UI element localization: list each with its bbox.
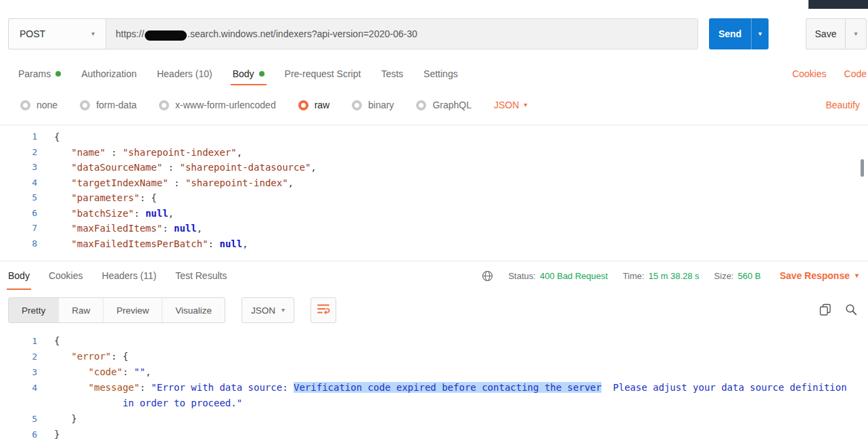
radio-icon: [80, 100, 90, 110]
request-tab-pre-request-script[interactable]: Pre-request Script: [285, 62, 361, 85]
code-content: "message": "Error with data source: Veri…: [37, 380, 847, 396]
chevron-down-icon: ▾: [758, 30, 762, 37]
response-tab-test-results[interactable]: Test Results: [175, 261, 227, 290]
request-tab-body[interactable]: Body: [233, 62, 265, 85]
code-content: }: [37, 411, 77, 427]
size-badge: Size: 560 B: [714, 271, 761, 281]
response-body-viewer[interactable]: 1{2 "error": {3 "code": "",4 "message": …: [0, 329, 868, 447]
response-language-dropdown[interactable]: JSON ▾: [242, 297, 294, 323]
line-number: 5: [0, 190, 37, 206]
time-label: Time:: [622, 271, 644, 281]
code-content: "error": {: [37, 349, 129, 364]
request-tab-params[interactable]: Params: [18, 62, 61, 85]
code-line: 4 "targetIndexName" : "sharepoint-index"…: [0, 175, 868, 191]
code-content: }: [37, 427, 60, 442]
request-tab-authorization[interactable]: Authorization: [81, 62, 137, 85]
code-line: 6}: [0, 427, 868, 442]
url-input[interactable]: https://.search.windows.net/indexers?api…: [106, 18, 698, 49]
send-button[interactable]: Send: [709, 18, 751, 49]
window-artifact: [808, 0, 868, 9]
response-tab-headers-11[interactable]: Headers (11): [102, 261, 157, 290]
cookies-link[interactable]: Cookies: [792, 68, 827, 79]
body-mode-binary[interactable]: binary: [352, 100, 394, 110]
response-tab-body[interactable]: Body: [8, 261, 30, 290]
view-raw[interactable]: Raw: [59, 298, 104, 322]
line-number: 8: [0, 236, 37, 252]
raw-language-dropdown[interactable]: JSON ▾: [494, 100, 527, 110]
tab-label: Params: [18, 68, 51, 79]
response-tab-cookies[interactable]: Cookies: [49, 261, 83, 290]
code-line: 1{: [0, 333, 868, 349]
chevron-down-icon: ▾: [524, 102, 527, 108]
tab-label: Body: [233, 68, 254, 79]
status-value: 400 Bad Request: [540, 271, 608, 281]
send-button-group: Send ▾: [709, 18, 769, 49]
request-tab-headers-10[interactable]: Headers (10): [157, 62, 212, 85]
line-number: 4: [0, 175, 37, 191]
body-mode-form-data[interactable]: form-data: [80, 100, 137, 110]
radio-label: raw: [315, 100, 330, 110]
method-select[interactable]: POST ▾: [8, 18, 106, 49]
search-response-button[interactable]: [844, 302, 859, 319]
copy-response-button[interactable]: [818, 302, 833, 319]
body-mode-raw[interactable]: raw: [298, 100, 330, 110]
code-line: 7 "maxFailedItems": null,: [0, 221, 868, 236]
view-pretty[interactable]: Pretty: [9, 298, 59, 322]
code-link[interactable]: Code: [844, 68, 867, 79]
request-body-editor[interactable]: 1{2 "name" : "sharepoint-indexer",3 "dat…: [0, 125, 868, 260]
status-badge: Status: 400 Bad Request: [508, 271, 608, 281]
request-tab-settings[interactable]: Settings: [424, 62, 458, 85]
editor-scrollbar-thumb[interactable]: [861, 159, 864, 177]
response-toolbar: PrettyRawPreviewVisualize JSON ▾: [8, 297, 860, 324]
tab-label: Authorization: [81, 68, 137, 79]
view-preview[interactable]: Preview: [104, 298, 162, 322]
code-content: "code": "",: [37, 364, 151, 380]
save-button-group: Save ▾: [806, 18, 867, 49]
body-mode-x-www-form-urlencoded[interactable]: x-www-form-urlencoded: [159, 100, 276, 110]
radio-icon: [159, 100, 169, 110]
time-value: 15 m 38.28 s: [648, 271, 699, 281]
chevron-down-icon: ▾: [854, 30, 857, 37]
save-options-button[interactable]: ▾: [845, 18, 867, 49]
code-content: "batchSize": null,: [37, 206, 174, 221]
line-number: [0, 396, 37, 411]
line-number: 6: [0, 206, 37, 221]
network-globe-icon: [482, 270, 493, 282]
code-line: 1{: [0, 129, 868, 145]
response-toolbar-icons: [818, 302, 860, 319]
radio-label: form-data: [96, 100, 137, 110]
line-number: 1: [0, 333, 37, 349]
url-suffix: .search.windows.net/indexers?api-version…: [187, 28, 417, 39]
code-content: "name" : "sharepoint-indexer",: [37, 145, 242, 161]
line-number: 1: [0, 129, 37, 145]
request-tabs: ParamsAuthorizationHeaders (10)BodyPre-r…: [18, 62, 478, 85]
chevron-down-icon: ▾: [281, 307, 285, 314]
view-visualize[interactable]: Visualize: [162, 298, 225, 322]
body-mode-row: noneform-datax-www-form-urlencodedrawbin…: [0, 94, 868, 116]
code-content: {: [37, 333, 60, 349]
body-mode-none[interactable]: none: [20, 100, 58, 110]
code-content: "parameters": {: [37, 190, 157, 206]
method-label: POST: [20, 28, 45, 39]
wrap-lines-button[interactable]: [311, 297, 336, 323]
save-button[interactable]: Save: [806, 18, 845, 49]
line-number: 7: [0, 221, 37, 236]
response-view-switcher: PrettyRawPreviewVisualize: [8, 297, 225, 323]
request-tabs-row: ParamsAuthorizationHeaders (10)BodyPre-r…: [0, 62, 868, 85]
code-line: 2 "name" : "sharepoint-indexer",: [0, 145, 868, 161]
body-mode-options: noneform-datax-www-form-urlencodedrawbin…: [20, 100, 494, 110]
body-mode-graphql[interactable]: GraphQL: [416, 100, 472, 110]
request-tab-tests[interactable]: Tests: [381, 62, 403, 85]
code-content: "targetIndexName" : "sharepoint-index",: [37, 175, 294, 191]
response-tabs: BodyCookiesHeaders (11)Test Results: [8, 261, 246, 290]
code-line: 5 }: [0, 411, 868, 427]
line-number: 6: [0, 427, 37, 442]
save-response-button[interactable]: Save Response ▾: [779, 270, 859, 281]
code-content: "dataSourceName" : "sharepoint-datasourc…: [37, 160, 317, 175]
request-url-bar: POST ▾ https://.search.windows.net/index…: [8, 18, 867, 49]
response-meta: Status: 400 Bad Request Time: 15 m 38.28…: [482, 261, 859, 290]
beautify-link[interactable]: Beautify: [825, 100, 868, 110]
code-line: 8 "maxFailedItemsPerBatch": null,: [0, 236, 868, 252]
line-number: 3: [0, 364, 37, 380]
send-options-button[interactable]: ▾: [751, 18, 769, 49]
